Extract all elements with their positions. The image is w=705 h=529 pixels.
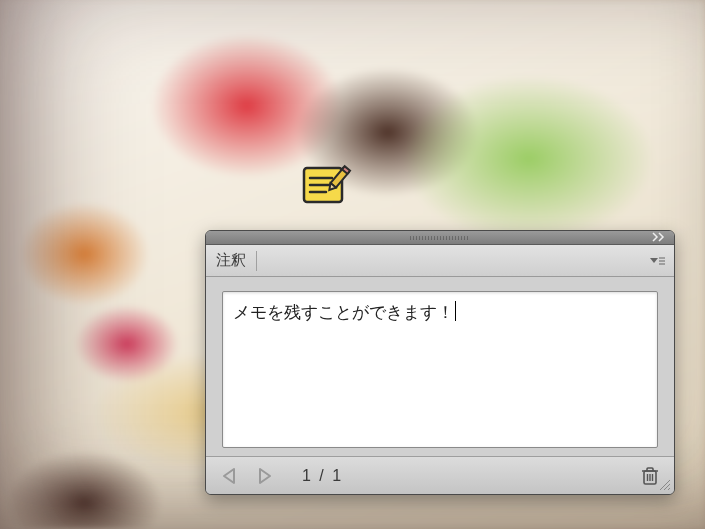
collapse-icon[interactable] <box>652 232 666 244</box>
svg-line-16 <box>668 488 670 490</box>
panel-menu-button[interactable] <box>646 252 668 270</box>
text-caret <box>455 301 456 321</box>
panel-title-bar: 注釈 <box>206 245 674 277</box>
panel-drag-handle[interactable] <box>206 231 674 245</box>
panel-body: メモを残すことができます！ <box>206 277 674 456</box>
note-text-content: メモを残すことができます！ <box>233 303 454 322</box>
prev-note-button[interactable] <box>218 465 244 487</box>
panel-title: 注釈 <box>216 251 246 270</box>
viewport: 注釈 メモを残すことができます！ <box>0 0 705 529</box>
page-indicator: 1 / 1 <box>302 467 343 485</box>
note-text-input[interactable]: メモを残すことができます！ <box>222 291 658 448</box>
title-separator <box>256 251 257 271</box>
panel-footer: 1 / 1 <box>206 456 674 494</box>
note-edit-icon[interactable] <box>300 162 352 208</box>
annotation-panel: 注釈 メモを残すことができます！ <box>205 230 675 495</box>
next-note-button[interactable] <box>250 465 276 487</box>
resize-grip-icon[interactable] <box>657 477 671 491</box>
